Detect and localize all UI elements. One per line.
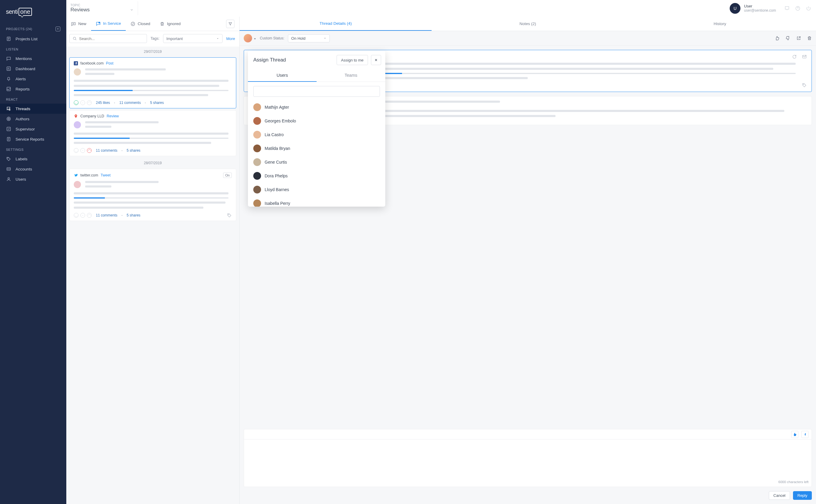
inbox-icon[interactable] bbox=[784, 6, 790, 11]
sidebar-item-projects-list[interactable]: Projects List bbox=[0, 34, 66, 44]
user-name: Isabella Perry bbox=[265, 201, 290, 206]
search-input-wrap[interactable] bbox=[69, 34, 147, 43]
sidebar-item-authors[interactable]: Authors bbox=[0, 114, 66, 124]
tab-notes[interactable]: Notes (2) bbox=[432, 17, 624, 31]
sentiment-negative-icon[interactable]: ◠ bbox=[87, 213, 92, 218]
user-list-item[interactable]: Gene Curtis bbox=[248, 155, 385, 169]
card-kind: Tweet bbox=[101, 173, 110, 177]
like-button[interactable] bbox=[791, 431, 798, 438]
sentiment-positive-icon[interactable]: ◡ bbox=[74, 213, 79, 218]
add-project-button[interactable]: + bbox=[56, 27, 60, 31]
popover-tab-teams[interactable]: Teams bbox=[316, 69, 385, 82]
sidebar-item-service-reports[interactable]: Service Reports bbox=[0, 134, 66, 144]
sentiment-icons[interactable]: ◡-◠ bbox=[74, 148, 92, 153]
trash-icon[interactable] bbox=[807, 36, 812, 41]
chevron-down-icon: ▾ bbox=[254, 37, 256, 40]
user-list-item[interactable]: Lia Castro bbox=[248, 128, 385, 142]
thread-card[interactable]: twitter.com Tweet On bbox=[69, 169, 236, 221]
sidebar-item-labels[interactable]: Labels bbox=[0, 154, 66, 164]
tags-label: Tags: bbox=[150, 36, 159, 41]
reply-button[interactable]: Reply bbox=[793, 491, 812, 500]
thread-card[interactable]: facebook.com Post bbox=[69, 57, 236, 108]
user-menu[interactable]: U User user@sentione.com bbox=[730, 3, 776, 14]
thumbs-up-icon[interactable] bbox=[775, 36, 780, 41]
topic-selector[interactable]: TOPIC Reviews bbox=[66, 1, 138, 15]
reply-textarea[interactable] bbox=[244, 440, 812, 478]
service-report-icon bbox=[6, 136, 11, 142]
comments: 11 comments bbox=[96, 213, 117, 217]
comment-icon[interactable] bbox=[792, 54, 797, 59]
sidebar-item-reports[interactable]: Reports bbox=[0, 84, 66, 94]
section-projects: PROJECTS (24) + bbox=[0, 23, 66, 34]
user-list-item[interactable]: Dora Phelps bbox=[248, 169, 385, 183]
custom-status-select[interactable]: On Hold bbox=[288, 34, 330, 42]
tab-new[interactable]: New bbox=[66, 17, 91, 31]
popover-search-input[interactable] bbox=[253, 86, 380, 97]
sentiment-positive-icon[interactable]: ◡ bbox=[74, 100, 79, 105]
sidebar-item-mentions[interactable]: Mentions bbox=[0, 53, 66, 64]
sidebar-item-threads[interactable]: Threads bbox=[0, 104, 66, 114]
thumbs-down-icon[interactable] bbox=[786, 36, 790, 41]
sentiment-neutral-icon[interactable]: - bbox=[80, 213, 85, 218]
assigned-avatar[interactable]: ▾ bbox=[244, 34, 252, 42]
facebook-share-button[interactable] bbox=[801, 431, 809, 438]
user-name: Dora Phelps bbox=[265, 173, 288, 178]
tag-icon[interactable] bbox=[227, 213, 232, 218]
filter-button[interactable] bbox=[226, 20, 234, 28]
user-list-item[interactable]: Matilda Bryan bbox=[248, 142, 385, 155]
tab-label: New bbox=[78, 21, 86, 26]
user-list-item[interactable]: Mathijn Agter bbox=[248, 100, 385, 114]
tags-select[interactable]: Important bbox=[163, 34, 222, 43]
user-name: Matilda Bryan bbox=[265, 146, 290, 151]
popover-tab-users[interactable]: Users bbox=[248, 69, 316, 82]
mail-icon[interactable] bbox=[802, 54, 807, 59]
author-avatar bbox=[74, 68, 81, 76]
nav-label: Accounts bbox=[16, 167, 32, 171]
tag-icon[interactable] bbox=[802, 83, 807, 87]
sentiment-negative-icon[interactable]: ◠ bbox=[87, 148, 92, 153]
sidebar-item-supervisor[interactable]: Supervisor bbox=[0, 124, 66, 134]
user-avatar bbox=[253, 117, 261, 125]
sentiment-negative-icon[interactable]: ◠ bbox=[87, 100, 92, 105]
assign-to-me-button[interactable]: Assign to me bbox=[336, 55, 368, 65]
sentiment-positive-icon[interactable]: ◡ bbox=[74, 148, 79, 153]
tab-thread-details[interactable]: Thread Details (4) bbox=[239, 17, 432, 31]
tab-closed[interactable]: Closed bbox=[126, 17, 155, 31]
more-link[interactable]: More bbox=[226, 36, 235, 41]
popover-user-list[interactable]: Mathijn Agter Georges Embolo Lia Castro … bbox=[248, 99, 385, 207]
card-source: twitter.com bbox=[80, 173, 98, 177]
sidebar-item-alerts[interactable]: Alerts bbox=[0, 74, 66, 84]
sidebar-item-accounts[interactable]: Accounts bbox=[0, 164, 66, 174]
tab-in-service[interactable]: In Service bbox=[91, 17, 126, 31]
threads-icon bbox=[6, 106, 11, 111]
search-input[interactable] bbox=[79, 36, 144, 41]
cancel-button[interactable]: Cancel bbox=[769, 491, 790, 500]
help-icon[interactable] bbox=[795, 6, 800, 11]
user-list-item[interactable]: Isabella Perry bbox=[248, 196, 385, 207]
close-button[interactable] bbox=[371, 55, 381, 65]
comments: 11 comments bbox=[119, 101, 141, 105]
sidebar-item-users[interactable]: Users bbox=[0, 174, 66, 184]
main: TOPIC Reviews U User user@sentione.com bbox=[66, 0, 816, 504]
date-divider: 28/07/2019 bbox=[66, 158, 239, 167]
user-list-item[interactable]: Lloyd Barnes bbox=[248, 183, 385, 196]
sentiment-icons[interactable]: ◡-◠ bbox=[74, 100, 92, 105]
user-name: Lia Castro bbox=[265, 132, 284, 137]
user-name: Lloyd Barnes bbox=[265, 187, 289, 192]
user-list-item[interactable]: Georges Embolo bbox=[248, 114, 385, 128]
sentiment-icons[interactable]: ◡-◠ bbox=[74, 213, 92, 218]
tag-icon bbox=[6, 156, 11, 162]
topbar: TOPIC Reviews U User user@sentione.com bbox=[66, 0, 816, 17]
sidebar-item-dashboard[interactable]: Dashboard bbox=[0, 64, 66, 74]
bell-icon bbox=[6, 76, 11, 82]
sentiment-neutral-icon[interactable]: - bbox=[80, 148, 85, 153]
sidebar: sentione PROJECTS (24) + Projects List L… bbox=[0, 0, 66, 504]
thread-card[interactable]: Company LLD Review bbox=[69, 110, 236, 156]
power-icon[interactable] bbox=[806, 6, 811, 11]
external-link-icon[interactable] bbox=[796, 36, 801, 41]
tab-history[interactable]: History bbox=[624, 17, 816, 31]
thread-list[interactable]: 29/07/2019 facebook.com Post bbox=[66, 47, 239, 504]
sentiment-neutral-icon[interactable]: - bbox=[80, 100, 85, 105]
tab-ignored[interactable]: Ignored bbox=[155, 17, 185, 31]
nav-label: Threads bbox=[16, 107, 30, 111]
